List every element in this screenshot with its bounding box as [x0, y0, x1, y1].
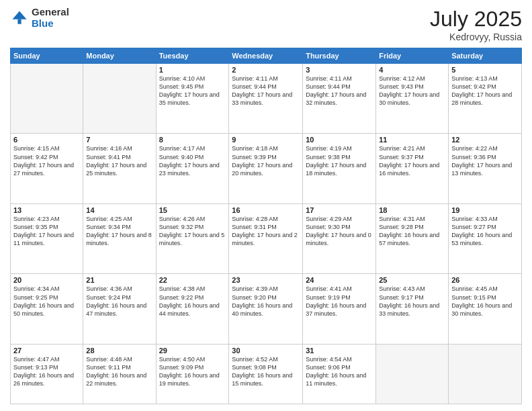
day-number: 10: [306, 136, 373, 144]
table-row: 26Sunrise: 4:45 AMSunset: 9:15 PMDayligh…: [449, 274, 522, 344]
table-row: 16Sunrise: 4:28 AMSunset: 9:31 PMDayligh…: [229, 203, 303, 273]
table-row: 25Sunrise: 4:43 AMSunset: 9:17 PMDayligh…: [376, 274, 449, 344]
table-row: [449, 344, 522, 404]
day-number: 12: [451, 136, 519, 144]
day-number: 22: [159, 276, 226, 284]
day-info: Sunrise: 4:52 AMSunset: 9:08 PMDaylight:…: [232, 355, 300, 388]
location-title: Kedrovyy, Russia: [430, 32, 522, 42]
day-number: 3: [306, 66, 373, 74]
day-info: Sunrise: 4:13 AMSunset: 9:42 PMDaylight:…: [451, 75, 519, 107]
col-monday: Monday: [83, 48, 156, 64]
col-friday: Friday: [376, 48, 449, 64]
day-number: 7: [86, 136, 152, 144]
table-row: 19Sunrise: 4:33 AMSunset: 9:27 PMDayligh…: [449, 203, 522, 273]
svg-rect-1: [17, 19, 21, 24]
day-number: 1: [159, 66, 226, 74]
table-row: 10Sunrise: 4:19 AMSunset: 9:38 PMDayligh…: [303, 134, 376, 203]
table-row: 8Sunrise: 4:17 AMSunset: 9:40 PMDaylight…: [156, 134, 229, 203]
day-info: Sunrise: 4:11 AMSunset: 9:44 PMDaylight:…: [232, 75, 300, 107]
day-number: 31: [306, 347, 373, 355]
table-row: 2Sunrise: 4:11 AMSunset: 9:44 PMDaylight…: [229, 64, 303, 134]
day-info: Sunrise: 4:54 AMSunset: 9:06 PMDaylight:…: [306, 355, 373, 388]
day-info: Sunrise: 4:41 AMSunset: 9:19 PMDaylight:…: [306, 285, 373, 318]
day-number: 14: [86, 206, 152, 214]
col-thursday: Thursday: [303, 48, 376, 64]
day-info: Sunrise: 4:48 AMSunset: 9:11 PMDaylight:…: [86, 355, 152, 388]
header: General Blue July 2025 Kedrovyy, Russia: [10, 7, 522, 42]
calendar-table: Sunday Monday Tuesday Wednesday Thursday…: [10, 48, 522, 404]
table-row: 17Sunrise: 4:29 AMSunset: 9:30 PMDayligh…: [303, 203, 376, 273]
table-row: 15Sunrise: 4:26 AMSunset: 9:32 PMDayligh…: [156, 203, 229, 273]
day-number: 16: [232, 206, 300, 214]
day-number: 6: [13, 136, 80, 144]
day-info: Sunrise: 4:26 AMSunset: 9:32 PMDaylight:…: [159, 215, 226, 248]
table-row: 13Sunrise: 4:23 AMSunset: 9:35 PMDayligh…: [11, 203, 83, 273]
calendar-header-row: Sunday Monday Tuesday Wednesday Thursday…: [11, 48, 522, 64]
day-info: Sunrise: 4:31 AMSunset: 9:28 PMDaylight:…: [379, 215, 445, 248]
day-info: Sunrise: 4:34 AMSunset: 9:25 PMDaylight:…: [13, 285, 80, 318]
day-info: Sunrise: 4:12 AMSunset: 9:43 PMDaylight:…: [379, 75, 445, 107]
day-info: Sunrise: 4:16 AMSunset: 9:41 PMDaylight:…: [86, 144, 152, 177]
day-number: 30: [232, 347, 300, 355]
day-info: Sunrise: 4:36 AMSunset: 9:24 PMDaylight:…: [86, 285, 152, 318]
day-info: Sunrise: 4:39 AMSunset: 9:20 PMDaylight:…: [232, 285, 300, 318]
table-row: 31Sunrise: 4:54 AMSunset: 9:06 PMDayligh…: [303, 344, 376, 404]
day-info: Sunrise: 4:11 AMSunset: 9:44 PMDaylight:…: [306, 75, 373, 107]
table-row: 5Sunrise: 4:13 AMSunset: 9:42 PMDaylight…: [449, 64, 522, 134]
day-info: Sunrise: 4:10 AMSunset: 9:45 PMDaylight:…: [159, 75, 226, 107]
table-row: 18Sunrise: 4:31 AMSunset: 9:28 PMDayligh…: [376, 203, 449, 273]
table-row: 11Sunrise: 4:21 AMSunset: 9:37 PMDayligh…: [376, 134, 449, 203]
day-number: 17: [306, 206, 373, 214]
day-info: Sunrise: 4:21 AMSunset: 9:37 PMDaylight:…: [379, 144, 445, 177]
logo: General Blue: [10, 7, 69, 29]
table-row: 3Sunrise: 4:11 AMSunset: 9:44 PMDaylight…: [303, 64, 376, 134]
day-number: 21: [86, 276, 152, 284]
day-number: 26: [451, 276, 519, 284]
title-block: July 2025 Kedrovyy, Russia: [430, 7, 522, 42]
day-info: Sunrise: 4:47 AMSunset: 9:13 PMDaylight:…: [13, 355, 80, 388]
svg-marker-0: [13, 11, 27, 19]
table-row: 22Sunrise: 4:38 AMSunset: 9:22 PMDayligh…: [156, 274, 229, 344]
table-row: 14Sunrise: 4:25 AMSunset: 9:34 PMDayligh…: [83, 203, 156, 273]
table-row: 12Sunrise: 4:22 AMSunset: 9:36 PMDayligh…: [449, 134, 522, 203]
day-number: 29: [159, 347, 226, 355]
day-number: 15: [159, 206, 226, 214]
table-row: [11, 64, 83, 134]
day-number: 25: [379, 276, 445, 284]
table-row: 4Sunrise: 4:12 AMSunset: 9:43 PMDaylight…: [376, 64, 449, 134]
table-row: 23Sunrise: 4:39 AMSunset: 9:20 PMDayligh…: [229, 274, 303, 344]
table-row: 6Sunrise: 4:15 AMSunset: 9:42 PMDaylight…: [11, 134, 83, 203]
day-number: 23: [232, 276, 300, 284]
day-info: Sunrise: 4:15 AMSunset: 9:42 PMDaylight:…: [13, 144, 80, 177]
table-row: 29Sunrise: 4:50 AMSunset: 9:09 PMDayligh…: [156, 344, 229, 404]
day-info: Sunrise: 4:19 AMSunset: 9:38 PMDaylight:…: [306, 144, 373, 177]
table-row: 28Sunrise: 4:48 AMSunset: 9:11 PMDayligh…: [83, 344, 156, 404]
table-row: 1Sunrise: 4:10 AMSunset: 9:45 PMDaylight…: [156, 64, 229, 134]
month-title: July 2025: [430, 7, 522, 32]
day-info: Sunrise: 4:33 AMSunset: 9:27 PMDaylight:…: [451, 215, 519, 248]
table-row: 30Sunrise: 4:52 AMSunset: 9:08 PMDayligh…: [229, 344, 303, 404]
day-info: Sunrise: 4:50 AMSunset: 9:09 PMDaylight:…: [159, 355, 226, 388]
table-row: [376, 344, 449, 404]
day-info: Sunrise: 4:17 AMSunset: 9:40 PMDaylight:…: [159, 144, 226, 177]
logo-general: General: [32, 7, 69, 18]
day-number: 5: [451, 66, 519, 74]
day-number: 2: [232, 66, 300, 74]
day-number: 28: [86, 347, 152, 355]
col-wednesday: Wednesday: [229, 48, 303, 64]
day-number: 4: [379, 66, 445, 74]
logo-icon: [10, 9, 29, 28]
day-info: Sunrise: 4:43 AMSunset: 9:17 PMDaylight:…: [379, 285, 445, 318]
day-info: Sunrise: 4:38 AMSunset: 9:22 PMDaylight:…: [159, 285, 226, 318]
table-row: 21Sunrise: 4:36 AMSunset: 9:24 PMDayligh…: [83, 274, 156, 344]
day-number: 11: [379, 136, 445, 144]
day-info: Sunrise: 4:18 AMSunset: 9:39 PMDaylight:…: [232, 144, 300, 177]
day-number: 8: [159, 136, 226, 144]
col-saturday: Saturday: [449, 48, 522, 64]
day-info: Sunrise: 4:25 AMSunset: 9:34 PMDaylight:…: [86, 215, 152, 248]
day-number: 9: [232, 136, 300, 144]
page: General Blue July 2025 Kedrovyy, Russia …: [0, 0, 532, 411]
logo-blue: Blue: [32, 18, 69, 30]
logo-text: General Blue: [32, 7, 69, 29]
day-info: Sunrise: 4:22 AMSunset: 9:36 PMDaylight:…: [451, 144, 519, 177]
